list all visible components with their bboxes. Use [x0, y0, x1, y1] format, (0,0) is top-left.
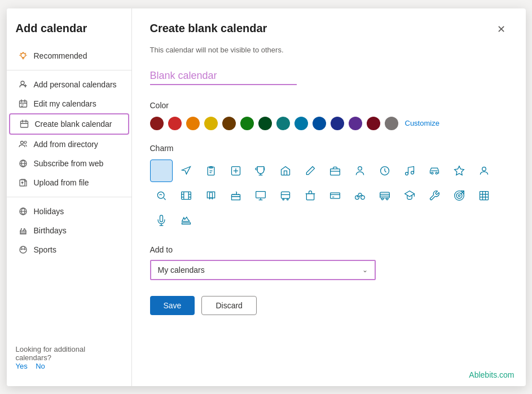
color-dot-0[interactable] [150, 117, 164, 130]
color-dot-1[interactable] [168, 117, 182, 130]
charm-item-bus2[interactable] [373, 184, 396, 207]
charm-item-pencil[interactable] [299, 160, 322, 182]
color-dot-10[interactable] [331, 117, 344, 130]
add-to-label: Add to [150, 245, 508, 254]
color-dot-7[interactable] [276, 117, 290, 130]
color-dot-8[interactable] [294, 117, 308, 130]
color-dot-3[interactable] [204, 117, 218, 130]
sidebar-item-birthdays-label: Birthdays [34, 226, 67, 235]
color-section-label: Color [150, 101, 508, 110]
calendar-blank-icon [19, 119, 29, 129]
charm-item-blank[interactable] [150, 160, 173, 182]
main-panel: Create blank calendar ✕ This calendar wi… [132, 8, 526, 386]
svg-point-34 [381, 198, 383, 200]
charm-item-briefcase[interactable] [324, 160, 346, 182]
charm-item-star[interactable] [448, 160, 471, 182]
sidebar-item-edit-calendars[interactable]: Edit my calendars [9, 94, 129, 113]
color-dot-13[interactable] [385, 117, 398, 130]
sidebar-item-sports[interactable]: Sports [9, 240, 129, 259]
calendar-name-input[interactable] [150, 68, 297, 85]
color-dot-12[interactable] [367, 117, 380, 130]
charm-item-trophy[interactable] [249, 160, 272, 182]
sidebar-item-subscribe-web[interactable]: Subscribe from web [9, 154, 129, 173]
sidebar-item-edit-calendars-label: Edit my calendars [34, 99, 96, 108]
svg-point-5 [24, 141, 27, 143]
people-icon [18, 139, 28, 149]
charm-item-person[interactable] [349, 160, 371, 182]
close-button[interactable]: ✕ [495, 22, 508, 37]
bulb-icon [18, 51, 28, 61]
sidebar-item-sports-label: Sports [34, 245, 56, 254]
charm-item-mic[interactable] [150, 209, 173, 232]
sidebar-item-recommended[interactable]: Recommended [9, 46, 129, 65]
charm-item-car[interactable] [423, 160, 446, 182]
color-dot-2[interactable] [186, 117, 200, 130]
customize-link[interactable]: Customize [405, 119, 439, 127]
svg-rect-29 [306, 193, 314, 200]
charm-item-medical[interactable] [225, 160, 247, 182]
charm-item-clipboard[interactable] [200, 160, 222, 182]
upload-icon [18, 178, 28, 188]
sidebar-item-create-blank[interactable]: Create blank calendar [9, 113, 129, 135]
save-button[interactable]: Save [150, 296, 195, 315]
charm-section-label: Charm [150, 144, 508, 153]
charm-item-search[interactable] [150, 184, 173, 207]
charm-item-bus[interactable] [274, 184, 297, 207]
sidebar: Add calendar Recommended Add person [7, 8, 132, 386]
svg-point-32 [360, 196, 364, 200]
charm-item-card[interactable] [324, 184, 346, 207]
charm-item-target[interactable] [448, 184, 471, 207]
sidebar-title: Add calendar [7, 17, 131, 46]
sidebar-item-birthdays[interactable]: Birthdays [9, 221, 129, 240]
svg-point-20 [436, 172, 437, 174]
svg-point-18 [411, 171, 414, 174]
sidebar-item-holidays[interactable]: Holidays [9, 202, 129, 221]
sidebar-item-subscribe-web-label: Subscribe from web [34, 159, 104, 168]
dialog-container: Add calendar Recommended Add person [7, 8, 526, 386]
calendar-edit-icon [18, 99, 28, 109]
charm-item-shoe[interactable] [175, 209, 197, 232]
svg-point-17 [405, 172, 408, 175]
charm-item-film[interactable] [175, 184, 197, 207]
color-dot-6[interactable] [258, 117, 272, 130]
charm-item-cake[interactable] [225, 184, 247, 207]
charm-item-user2[interactable] [473, 160, 495, 182]
footer-yes-link[interactable]: Yes [16, 362, 28, 370]
main-header: Create blank calendar ✕ [150, 22, 508, 37]
charm-item-plane[interactable] [175, 160, 197, 182]
svg-point-38 [458, 194, 460, 196]
svg-point-4 [20, 141, 23, 144]
charm-item-monitor[interactable] [249, 184, 272, 207]
svg-point-1 [21, 81, 24, 85]
color-dot-5[interactable] [240, 117, 254, 130]
svg-point-19 [431, 172, 433, 174]
charm-item-bike[interactable] [349, 184, 371, 207]
svg-marker-21 [454, 166, 464, 175]
charm-item-wrench[interactable] [423, 184, 446, 207]
subtitle: This calendar will not be visible to oth… [150, 46, 508, 54]
color-dot-4[interactable] [222, 117, 236, 130]
charm-item-music[interactable] [398, 160, 421, 182]
charm-item-graduation[interactable] [398, 184, 421, 207]
svg-point-10 [24, 228, 25, 229]
svg-rect-26 [281, 192, 289, 198]
footer-no-link[interactable]: No [36, 362, 45, 370]
sidebar-item-upload-file[interactable]: Upload from file [9, 173, 129, 192]
sidebar-item-add-personal[interactable]: Add personal calendars [9, 75, 129, 94]
svg-rect-2 [19, 101, 27, 107]
discard-button[interactable]: Discard [201, 296, 256, 315]
svg-rect-33 [380, 192, 389, 198]
color-dot-11[interactable] [349, 117, 362, 130]
charm-item-building[interactable] [473, 184, 495, 207]
charm-item-home[interactable] [274, 160, 297, 182]
sidebar-item-add-directory[interactable]: Add from directory [9, 135, 129, 154]
charm-item-box[interactable] [299, 184, 322, 207]
svg-rect-25 [256, 191, 265, 198]
charm-item-book[interactable] [200, 184, 222, 207]
sidebar-item-holidays-label: Holidays [34, 207, 64, 216]
add-to-dropdown[interactable]: My calendars ⌄ [150, 260, 376, 280]
svg-rect-3 [20, 121, 28, 127]
svg-point-22 [482, 167, 486, 171]
color-dot-9[interactable] [313, 117, 326, 130]
charm-item-clock[interactable] [373, 160, 396, 182]
